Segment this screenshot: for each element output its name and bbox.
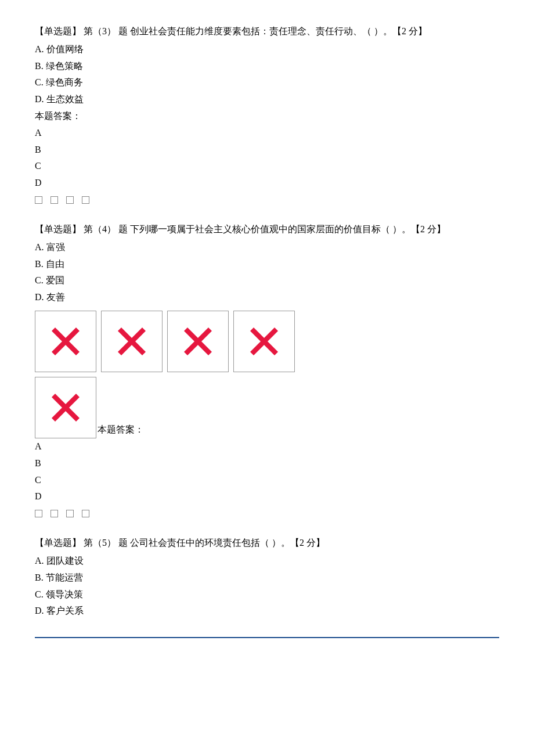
x-box-icon [101, 311, 163, 372]
checkbox-b[interactable] [50, 510, 58, 517]
option-d: D. 客户关系 [35, 603, 499, 620]
option-d: D. 友善 [35, 289, 499, 306]
answer-letter-c: C [35, 158, 499, 175]
question-3: 【单选题】 第（3） 题 创业社会责任能力维度要素包括：责任理念、责任行动、（ … [35, 23, 499, 204]
answer-label: 本题答案： [98, 422, 144, 438]
answer-letter-b: B [35, 455, 499, 472]
option-b: B. 节能运营 [35, 570, 499, 586]
checkbox-a[interactable] [35, 510, 42, 517]
option-b: B. 绿色策略 [35, 58, 499, 75]
x-box-row-2: 本题答案： [35, 377, 499, 438]
question-5: 【单选题】 第（5） 题 公司社会责任中的环境责任包括（ ）。【2 分】 A. … [35, 535, 499, 620]
checkbox-d[interactable] [82, 510, 89, 517]
x-box-icon [167, 311, 229, 372]
option-d: D. 生态效益 [35, 91, 499, 108]
answer-letter-c: C [35, 472, 499, 489]
answer-letter-a: A [35, 438, 499, 455]
option-a: A. 富强 [35, 239, 499, 256]
option-b: B. 自由 [35, 256, 499, 273]
answer-letter-d: D [35, 488, 499, 505]
option-c: C. 爱国 [35, 272, 499, 289]
answer-letter-d: D [35, 175, 499, 192]
option-a: A. 团队建设 [35, 553, 499, 570]
option-a: A. 价值网络 [35, 41, 499, 58]
checkbox-row [35, 510, 499, 517]
answer-label: 本题答案： [35, 108, 499, 125]
x-box-row-1 [35, 311, 499, 372]
checkbox-d[interactable] [82, 196, 89, 204]
checkbox-row [35, 196, 499, 204]
answer-letter-b: B [35, 142, 499, 159]
x-box-icon [35, 311, 96, 372]
option-c: C. 绿色商务 [35, 74, 499, 91]
option-c: C. 领导决策 [35, 586, 499, 603]
checkbox-a[interactable] [35, 196, 42, 204]
question-text: 【单选题】 第（4） 题 下列哪一项属于社会主义核心价值观中的国家层面的价值目标… [35, 221, 499, 238]
checkbox-c[interactable] [66, 196, 74, 204]
answer-letter-a: A [35, 125, 499, 142]
checkbox-b[interactable] [50, 196, 58, 204]
x-box-icon [35, 377, 96, 438]
question-4: 【单选题】 第（4） 题 下列哪一项属于社会主义核心价值观中的国家层面的价值目标… [35, 221, 499, 517]
x-box-icon [233, 311, 295, 372]
question-text: 【单选题】 第（3） 题 创业社会责任能力维度要素包括：责任理念、责任行动、（ … [35, 23, 499, 40]
checkbox-c[interactable] [66, 510, 74, 517]
question-text: 【单选题】 第（5） 题 公司社会责任中的环境责任包括（ ）。【2 分】 [35, 535, 499, 552]
page-footer-rule [35, 637, 499, 638]
